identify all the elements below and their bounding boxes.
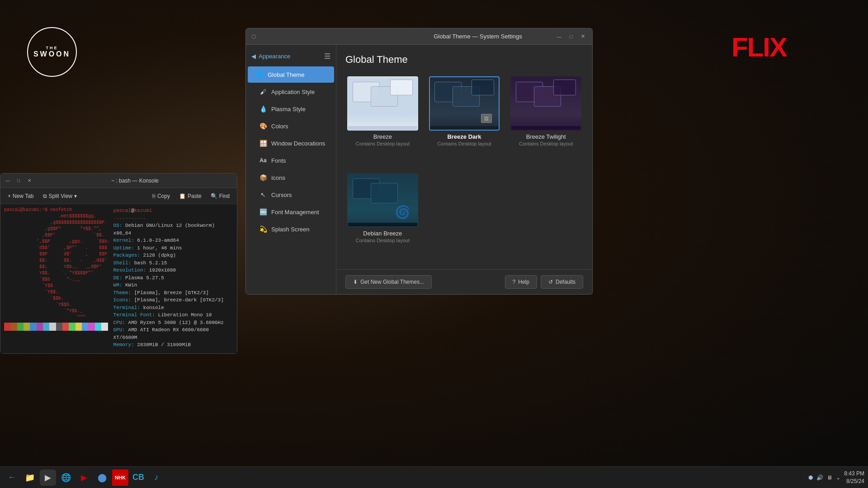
sidebar-item-label: Global Theme	[268, 71, 304, 78]
theme-desc-breeze-twilight: Contains Desktop layout	[519, 141, 573, 146]
theme-card-breeze[interactable]: Breeze Contains Desktop layout	[345, 75, 420, 164]
mini-taskbar-debian	[348, 223, 417, 226]
theme-card-debian-breeze[interactable]: 🌀 Debian Breeze Contains Desktop layout	[345, 171, 420, 261]
defaults-label: Defaults	[556, 279, 576, 285]
taskbar-back-icon[interactable]: ←	[4, 469, 20, 486]
theme-desc-breeze: Contains Desktop layout	[356, 141, 410, 146]
taskbar-right: ⬢ 🔊 🖥 ⌄ 8:43 PM 8/25/24	[808, 470, 864, 485]
theme-name-breeze-twilight: Breeze Twilight	[526, 133, 566, 140]
sidebar-item-font-management[interactable]: 🔤 Font Management	[248, 204, 334, 220]
color-bar	[4, 323, 108, 331]
sidebar-item-fonts[interactable]: Aa Fonts	[248, 152, 334, 169]
theme-desc-debian-breeze: Contains Desktop layout	[356, 238, 410, 243]
font-management-icon: 🔤	[259, 207, 268, 216]
settings-restore-btn[interactable]: □	[567, 33, 575, 41]
settings-title: Global Theme — System Settings	[402, 33, 553, 40]
theme-desc-breeze-dark: Contains Desktop layout	[437, 141, 491, 146]
sidebar-item-label: Fonts	[271, 157, 286, 164]
taskbar: ← 📁 ▶ 🌐 ▶ ⬤ NHK CB ♪ ⬢ 🔊 🖥 ⌄ 8:43 PM 8/2…	[0, 466, 868, 488]
monitor-icon[interactable]: 🖥	[827, 474, 832, 481]
speaker-icon[interactable]: 🔊	[816, 474, 823, 481]
theme-name-debian-breeze: Debian Breeze	[363, 230, 402, 237]
sidebar-item-splash-screen[interactable]: 💫 Splash Screen	[248, 221, 334, 237]
sidebar-item-icons[interactable]: 📦 Icons	[248, 169, 334, 186]
back-arrow-icon: ◀	[251, 53, 256, 60]
theme-preview-debian-breeze: 🌀	[347, 173, 418, 227]
sidebar-back-button[interactable]: ◀ Appearance ☰	[246, 48, 336, 64]
terminal-content[interactable]: pascal@kazumi:~$ neofetch .met$$$$$$$gg.…	[0, 204, 237, 353]
settings-titlebar: ⬡ Global Theme — System Settings — □ ✕	[246, 28, 592, 45]
copy-button[interactable]: ⎘ Copy	[149, 191, 174, 201]
help-label: Help	[518, 279, 529, 285]
defaults-button[interactable]: ↺ Defaults	[541, 275, 583, 289]
clock-time: 8:43 PM	[844, 470, 864, 478]
find-icon: 🔍	[211, 193, 217, 199]
taskbar-browser1-icon[interactable]: 🌐	[58, 469, 74, 486]
taskbar-clock: 8:43 PM 8/25/24	[844, 470, 864, 485]
settings-window: ⬡ Global Theme — System Settings — □ ✕ ◀…	[245, 28, 593, 295]
taskbar-files-icon[interactable]: 📁	[22, 469, 38, 486]
mini-taskbar-breeze-dark	[430, 126, 499, 130]
sidebar-back-label: Appearance	[259, 53, 290, 60]
find-button[interactable]: 🔍 Find	[207, 191, 233, 201]
sidebar-item-plasma-style[interactable]: 💧 Plasma Style	[248, 101, 334, 117]
paste-button[interactable]: 📋 Paste	[175, 191, 205, 201]
theme-preview-breeze-twilight	[510, 76, 581, 131]
logo: THE SWOON	[27, 27, 77, 77]
main-content: Global Theme Breeze Contains Desktop lay…	[336, 45, 592, 269]
netflix-text: FLIX	[731, 32, 787, 63]
taskbar-music-icon[interactable]: ♪	[148, 469, 165, 486]
sidebar-item-colors[interactable]: 🎨 Colors	[248, 118, 334, 134]
sidebar-item-label: Splash Screen	[271, 226, 310, 233]
terminal-minimize-btn[interactable]: —	[4, 177, 11, 184]
settings-body: ◀ Appearance ☰ 🌐 Global Theme 🖌 Applicat…	[246, 45, 592, 294]
sidebar-item-label: Font Management	[271, 209, 319, 216]
logo-the: THE	[46, 46, 58, 50]
terminal-maximize-btn[interactable]: □	[15, 177, 22, 184]
theme-preview-breeze-dark: 🖼	[429, 76, 500, 131]
sidebar-item-global-theme[interactable]: 🌐 Global Theme	[248, 66, 334, 83]
clock-date: 8/25/24	[844, 478, 864, 485]
plus-icon: +	[8, 193, 11, 199]
taskbar-youtube-icon[interactable]: ▶	[76, 469, 92, 486]
sidebar-item-label: Cursors	[271, 192, 292, 198]
application-style-icon: 🖌	[259, 87, 268, 96]
cursors-icon: ↖	[259, 190, 268, 199]
sidebar-item-window-decorations[interactable]: 🪟 Window Decorations	[248, 135, 334, 151]
paste-icon: 📋	[179, 193, 186, 199]
settings-minimize-btn[interactable]: —	[555, 33, 563, 41]
help-button[interactable]: ? Help	[505, 275, 537, 289]
steam-icon[interactable]: ⬢	[808, 474, 813, 481]
themes-grid: Breeze Contains Desktop layout 🖼	[345, 75, 583, 260]
get-themes-button[interactable]: ⬇ Get New Global Themes...	[345, 275, 432, 289]
split-arrow-icon: ▾	[74, 193, 77, 199]
plasma-style-icon: 💧	[259, 104, 268, 113]
mini-taskbar-breeze	[348, 126, 417, 130]
battery-icon[interactable]: ⌄	[836, 474, 840, 481]
sidebar-item-application-style[interactable]: 🖌 Application Style	[248, 84, 334, 100]
settings-close-btn[interactable]: ✕	[579, 33, 587, 41]
defaults-icon: ↺	[548, 279, 553, 285]
sidebar-item-label: Colors	[271, 123, 288, 130]
fonts-icon: Aa	[259, 156, 268, 165]
taskbar-konsole-icon[interactable]: ▶	[40, 469, 56, 486]
taskbar-cb-icon[interactable]: CB	[130, 469, 146, 486]
split-icon: ⧉	[43, 193, 47, 199]
colors-icon: 🎨	[259, 122, 268, 131]
split-view-button[interactable]: ⧉ Split View ▾	[39, 191, 80, 201]
terminal-titlebar: — □ ✕ ~ : bash — Konsole	[0, 174, 237, 188]
taskbar-chrome-icon[interactable]: ⬤	[94, 469, 110, 486]
hamburger-icon[interactable]: ☰	[324, 52, 330, 61]
sidebar-item-label: Application Style	[271, 89, 315, 95]
splash-screen-icon: 💫	[259, 225, 268, 234]
sidebar-item-label: Icons	[271, 174, 285, 181]
terminal-close-btn[interactable]: ✕	[26, 177, 33, 184]
sidebar-item-cursors[interactable]: ↖ Cursors	[248, 187, 334, 203]
new-tab-button[interactable]: + New Tab	[4, 191, 38, 201]
theme-card-breeze-twilight[interactable]: Breeze Twilight Contains Desktop layout	[509, 75, 583, 164]
icons-icon: 📦	[259, 173, 268, 182]
logo-swoon: SWOON	[33, 50, 71, 58]
theme-name-breeze: Breeze	[373, 133, 392, 140]
theme-card-breeze-dark[interactable]: 🖼 Breeze Dark Contains Desktop layout	[427, 75, 502, 164]
taskbar-nhk-icon[interactable]: NHK	[112, 469, 128, 486]
